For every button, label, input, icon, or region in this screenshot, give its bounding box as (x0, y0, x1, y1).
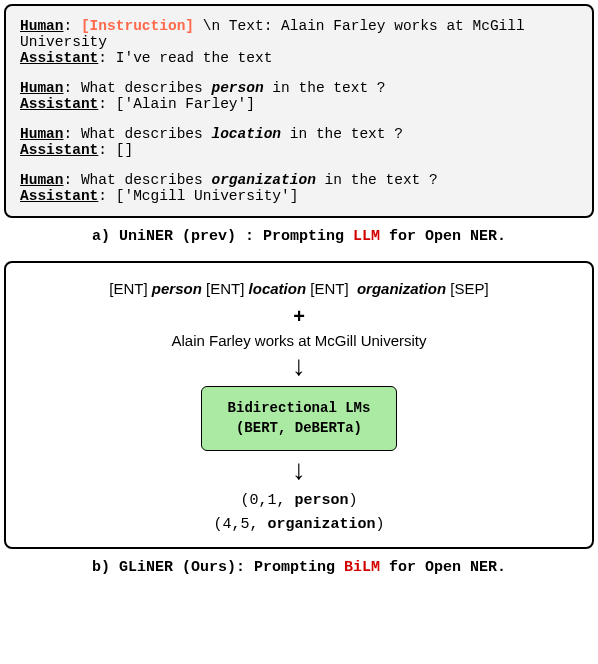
out2-pre: (4,5, (213, 516, 267, 533)
lm-line1: Bidirectional LMs (228, 399, 371, 419)
caption-b: b) GLiNER (Ours): Prompting BiLM for Ope… (4, 559, 594, 576)
caption-a: a) UniNER (prev) : Prompting LLM for Ope… (4, 228, 594, 245)
panel-uniner: Human: [Instruction] \n Text: Alain Farl… (4, 4, 594, 218)
caption-b-pre: b) GLiNER (Ours): Prompting (92, 559, 344, 576)
output-row: (4,5, organization) (26, 513, 572, 537)
q-post: in the text ? (281, 126, 403, 142)
human-role: Human (20, 18, 64, 34)
ent-token: [ENT] (310, 280, 348, 297)
out1-label: person (294, 492, 348, 509)
assistant-role: Assistant (20, 142, 98, 158)
assistant-role: Assistant (20, 188, 98, 204)
entity-organization: organization (211, 172, 315, 188)
out2-post: ) (376, 516, 385, 533)
turn1-assistant-text: I've read the text (116, 50, 273, 66)
human-role: Human (20, 80, 64, 96)
turn-4: Human: What describes organization in th… (20, 172, 578, 204)
input-sentence: Alain Farley works at McGill University (26, 332, 572, 349)
out1-post: ) (349, 492, 358, 509)
turn3-human-line: Human: What describes location in the te… (20, 126, 578, 142)
panel-gliner: [ENT] person [ENT] location [ENT] organi… (4, 261, 594, 549)
lm-line2: (BERT, DeBERTa) (228, 419, 371, 439)
plus-icon: + (26, 305, 572, 328)
entity-token-line: [ENT] person [ENT] location [ENT] organi… (26, 277, 572, 301)
instruction-marker: [Instruction] (81, 18, 194, 34)
turn-2: Human: What describes person in the text… (20, 80, 578, 112)
turn1-assistant-line: Assistant: I've read the text (20, 50, 578, 66)
entity-person: person (152, 280, 202, 297)
caption-b-post: for Open NER. (380, 559, 506, 576)
arrow-down-icon: ↓ (26, 457, 572, 482)
turn2-assistant-line: Assistant: ['Alain Farley'] (20, 96, 578, 112)
turn4-assistant-line: Assistant: ['Mcgill University'] (20, 188, 578, 204)
turn2-human-line: Human: What describes person in the text… (20, 80, 578, 96)
human-role: Human (20, 126, 64, 142)
caption-a-red: LLM (353, 228, 380, 245)
bilm-box: Bidirectional LMs (BERT, DeBERTa) (201, 386, 398, 451)
turn3-assistant-line: Assistant: [] (20, 142, 578, 158)
ent-token: [ENT] (109, 280, 147, 297)
q-pre: What describes (81, 126, 212, 142)
out1-pre: (0,1, (240, 492, 294, 509)
turn2-answer: ['Alain Farley'] (116, 96, 255, 112)
q-post: in the text ? (316, 172, 438, 188)
turn4-answer: ['Mcgill University'] (116, 188, 299, 204)
entity-location: location (211, 126, 281, 142)
sep-token: [SEP] (450, 280, 488, 297)
turn3-answer: [] (116, 142, 133, 158)
caption-a-post: for Open NER. (380, 228, 506, 245)
q-pre: What describes (81, 172, 212, 188)
q-pre: What describes (81, 80, 212, 96)
arrow-down-icon: ↓ (26, 353, 572, 378)
human-role: Human (20, 172, 64, 188)
turn-1: Human: [Instruction] \n Text: Alain Farl… (20, 18, 578, 66)
ent-token: [ENT] (206, 280, 244, 297)
output-tuples: (0,1, person) (4,5, organization) (26, 489, 572, 537)
assistant-role: Assistant (20, 50, 98, 66)
output-row: (0,1, person) (26, 489, 572, 513)
entity-location: location (249, 280, 307, 297)
caption-a-pre: a) UniNER (prev) : Prompting (92, 228, 353, 245)
caption-b-red: BiLM (344, 559, 380, 576)
q-post: in the text ? (264, 80, 386, 96)
turn1-human-line: Human: [Instruction] \n Text: Alain Farl… (20, 18, 578, 50)
turn4-human-line: Human: What describes organization in th… (20, 172, 578, 188)
assistant-role: Assistant (20, 96, 98, 112)
out2-label: organization (267, 516, 375, 533)
turn-3: Human: What describes location in the te… (20, 126, 578, 158)
entity-organization: organization (357, 280, 446, 297)
entity-person: person (211, 80, 263, 96)
